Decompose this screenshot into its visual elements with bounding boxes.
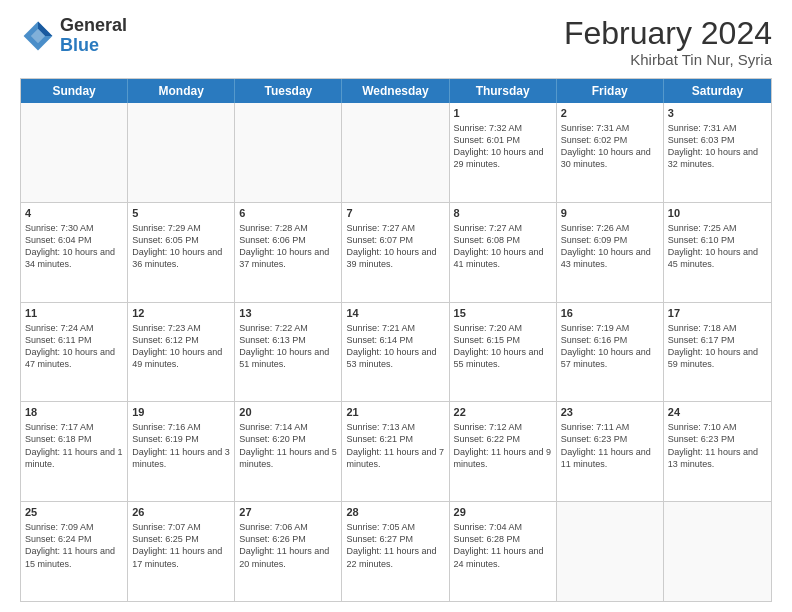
day-monday: Monday — [128, 79, 235, 103]
day-info-13: Sunrise: 7:22 AM Sunset: 6:13 PM Dayligh… — [239, 322, 337, 371]
calendar-cell-w1-d2: 6Sunrise: 7:28 AM Sunset: 6:06 PM Daylig… — [235, 203, 342, 302]
week-row-4: 25Sunrise: 7:09 AM Sunset: 6:24 PM Dayli… — [21, 502, 771, 601]
day-info-26: Sunrise: 7:07 AM Sunset: 6:25 PM Dayligh… — [132, 521, 230, 570]
day-sunday: Sunday — [21, 79, 128, 103]
calendar-cell-w2-d5: 16Sunrise: 7:19 AM Sunset: 6:16 PM Dayli… — [557, 303, 664, 402]
day-number-10: 10 — [668, 206, 767, 221]
week-row-1: 4Sunrise: 7:30 AM Sunset: 6:04 PM Daylig… — [21, 203, 771, 303]
calendar-title: February 2024 — [564, 16, 772, 51]
calendar-cell-w3-d6: 24Sunrise: 7:10 AM Sunset: 6:23 PM Dayli… — [664, 402, 771, 501]
day-number-19: 19 — [132, 405, 230, 420]
calendar-cell-w1-d3: 7Sunrise: 7:27 AM Sunset: 6:07 PM Daylig… — [342, 203, 449, 302]
day-number-12: 12 — [132, 306, 230, 321]
day-number-25: 25 — [25, 505, 123, 520]
day-info-8: Sunrise: 7:27 AM Sunset: 6:08 PM Dayligh… — [454, 222, 552, 271]
day-tuesday: Tuesday — [235, 79, 342, 103]
day-info-20: Sunrise: 7:14 AM Sunset: 6:20 PM Dayligh… — [239, 421, 337, 470]
calendar-cell-w3-d3: 21Sunrise: 7:13 AM Sunset: 6:21 PM Dayli… — [342, 402, 449, 501]
day-number-5: 5 — [132, 206, 230, 221]
page: General Blue February 2024 Khirbat Tin N… — [0, 0, 792, 612]
day-thursday: Thursday — [450, 79, 557, 103]
calendar-cell-w4-d0: 25Sunrise: 7:09 AM Sunset: 6:24 PM Dayli… — [21, 502, 128, 601]
header: General Blue February 2024 Khirbat Tin N… — [20, 16, 772, 68]
calendar-cell-w4-d3: 28Sunrise: 7:05 AM Sunset: 6:27 PM Dayli… — [342, 502, 449, 601]
calendar-header: Sunday Monday Tuesday Wednesday Thursday… — [21, 79, 771, 103]
day-info-24: Sunrise: 7:10 AM Sunset: 6:23 PM Dayligh… — [668, 421, 767, 470]
day-info-9: Sunrise: 7:26 AM Sunset: 6:09 PM Dayligh… — [561, 222, 659, 271]
day-info-16: Sunrise: 7:19 AM Sunset: 6:16 PM Dayligh… — [561, 322, 659, 371]
week-row-3: 18Sunrise: 7:17 AM Sunset: 6:18 PM Dayli… — [21, 402, 771, 502]
calendar-cell-w2-d2: 13Sunrise: 7:22 AM Sunset: 6:13 PM Dayli… — [235, 303, 342, 402]
calendar-cell-w0-d6: 3Sunrise: 7:31 AM Sunset: 6:03 PM Daylig… — [664, 103, 771, 202]
calendar-cell-w1-d4: 8Sunrise: 7:27 AM Sunset: 6:08 PM Daylig… — [450, 203, 557, 302]
day-number-3: 3 — [668, 106, 767, 121]
day-number-26: 26 — [132, 505, 230, 520]
day-number-23: 23 — [561, 405, 659, 420]
calendar: Sunday Monday Tuesday Wednesday Thursday… — [20, 78, 772, 602]
calendar-cell-w0-d5: 2Sunrise: 7:31 AM Sunset: 6:02 PM Daylig… — [557, 103, 664, 202]
calendar-cell-w4-d4: 29Sunrise: 7:04 AM Sunset: 6:28 PM Dayli… — [450, 502, 557, 601]
day-number-2: 2 — [561, 106, 659, 121]
day-info-5: Sunrise: 7:29 AM Sunset: 6:05 PM Dayligh… — [132, 222, 230, 271]
calendar-cell-w0-d1 — [128, 103, 235, 202]
logo-text: General Blue — [60, 16, 127, 56]
day-number-20: 20 — [239, 405, 337, 420]
calendar-cell-w3-d4: 22Sunrise: 7:12 AM Sunset: 6:22 PM Dayli… — [450, 402, 557, 501]
calendar-cell-w1-d5: 9Sunrise: 7:26 AM Sunset: 6:09 PM Daylig… — [557, 203, 664, 302]
day-info-25: Sunrise: 7:09 AM Sunset: 6:24 PM Dayligh… — [25, 521, 123, 570]
calendar-cell-w4-d2: 27Sunrise: 7:06 AM Sunset: 6:26 PM Dayli… — [235, 502, 342, 601]
day-info-7: Sunrise: 7:27 AM Sunset: 6:07 PM Dayligh… — [346, 222, 444, 271]
calendar-cell-w1-d1: 5Sunrise: 7:29 AM Sunset: 6:05 PM Daylig… — [128, 203, 235, 302]
day-info-17: Sunrise: 7:18 AM Sunset: 6:17 PM Dayligh… — [668, 322, 767, 371]
day-info-10: Sunrise: 7:25 AM Sunset: 6:10 PM Dayligh… — [668, 222, 767, 271]
day-number-7: 7 — [346, 206, 444, 221]
calendar-cell-w0-d3 — [342, 103, 449, 202]
day-info-1: Sunrise: 7:32 AM Sunset: 6:01 PM Dayligh… — [454, 122, 552, 171]
calendar-cell-w3-d5: 23Sunrise: 7:11 AM Sunset: 6:23 PM Dayli… — [557, 402, 664, 501]
day-info-3: Sunrise: 7:31 AM Sunset: 6:03 PM Dayligh… — [668, 122, 767, 171]
day-number-6: 6 — [239, 206, 337, 221]
day-number-22: 22 — [454, 405, 552, 420]
calendar-cell-w2-d1: 12Sunrise: 7:23 AM Sunset: 6:12 PM Dayli… — [128, 303, 235, 402]
calendar-cell-w2-d0: 11Sunrise: 7:24 AM Sunset: 6:11 PM Dayli… — [21, 303, 128, 402]
day-info-18: Sunrise: 7:17 AM Sunset: 6:18 PM Dayligh… — [25, 421, 123, 470]
day-number-27: 27 — [239, 505, 337, 520]
day-number-24: 24 — [668, 405, 767, 420]
day-info-23: Sunrise: 7:11 AM Sunset: 6:23 PM Dayligh… — [561, 421, 659, 470]
day-number-17: 17 — [668, 306, 767, 321]
day-number-1: 1 — [454, 106, 552, 121]
day-number-8: 8 — [454, 206, 552, 221]
day-info-21: Sunrise: 7:13 AM Sunset: 6:21 PM Dayligh… — [346, 421, 444, 470]
day-wednesday: Wednesday — [342, 79, 449, 103]
calendar-body: 1Sunrise: 7:32 AM Sunset: 6:01 PM Daylig… — [21, 103, 771, 601]
week-row-2: 11Sunrise: 7:24 AM Sunset: 6:11 PM Dayli… — [21, 303, 771, 403]
calendar-subtitle: Khirbat Tin Nur, Syria — [564, 51, 772, 68]
day-number-14: 14 — [346, 306, 444, 321]
logo-general: General — [60, 16, 127, 36]
day-number-29: 29 — [454, 505, 552, 520]
logo: General Blue — [20, 16, 127, 56]
logo-blue: Blue — [60, 36, 127, 56]
day-number-21: 21 — [346, 405, 444, 420]
day-info-19: Sunrise: 7:16 AM Sunset: 6:19 PM Dayligh… — [132, 421, 230, 470]
day-info-28: Sunrise: 7:05 AM Sunset: 6:27 PM Dayligh… — [346, 521, 444, 570]
calendar-cell-w2-d4: 15Sunrise: 7:20 AM Sunset: 6:15 PM Dayli… — [450, 303, 557, 402]
day-info-11: Sunrise: 7:24 AM Sunset: 6:11 PM Dayligh… — [25, 322, 123, 371]
logo-icon — [20, 18, 56, 54]
day-friday: Friday — [557, 79, 664, 103]
calendar-cell-w3-d0: 18Sunrise: 7:17 AM Sunset: 6:18 PM Dayli… — [21, 402, 128, 501]
day-number-11: 11 — [25, 306, 123, 321]
day-number-15: 15 — [454, 306, 552, 321]
calendar-cell-w1-d6: 10Sunrise: 7:25 AM Sunset: 6:10 PM Dayli… — [664, 203, 771, 302]
day-info-6: Sunrise: 7:28 AM Sunset: 6:06 PM Dayligh… — [239, 222, 337, 271]
day-info-12: Sunrise: 7:23 AM Sunset: 6:12 PM Dayligh… — [132, 322, 230, 371]
calendar-cell-w1-d0: 4Sunrise: 7:30 AM Sunset: 6:04 PM Daylig… — [21, 203, 128, 302]
day-info-14: Sunrise: 7:21 AM Sunset: 6:14 PM Dayligh… — [346, 322, 444, 371]
day-number-13: 13 — [239, 306, 337, 321]
day-info-2: Sunrise: 7:31 AM Sunset: 6:02 PM Dayligh… — [561, 122, 659, 171]
calendar-cell-w2-d6: 17Sunrise: 7:18 AM Sunset: 6:17 PM Dayli… — [664, 303, 771, 402]
day-number-4: 4 — [25, 206, 123, 221]
calendar-cell-w2-d3: 14Sunrise: 7:21 AM Sunset: 6:14 PM Dayli… — [342, 303, 449, 402]
day-number-28: 28 — [346, 505, 444, 520]
day-info-27: Sunrise: 7:06 AM Sunset: 6:26 PM Dayligh… — [239, 521, 337, 570]
